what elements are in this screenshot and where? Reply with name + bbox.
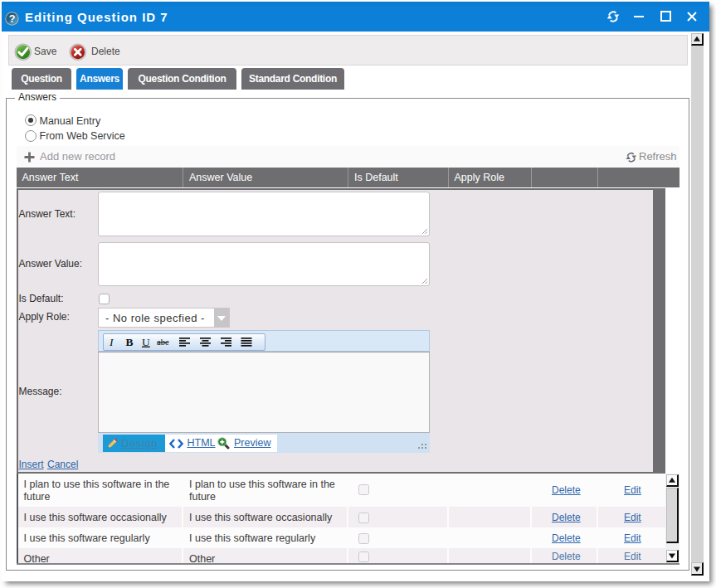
svg-text:?: ? — [9, 13, 16, 25]
svg-text:I: I — [109, 335, 114, 347]
svg-text:abc: abc — [157, 338, 169, 347]
svg-text:U: U — [142, 335, 150, 347]
svg-text:B: B — [125, 335, 133, 347]
